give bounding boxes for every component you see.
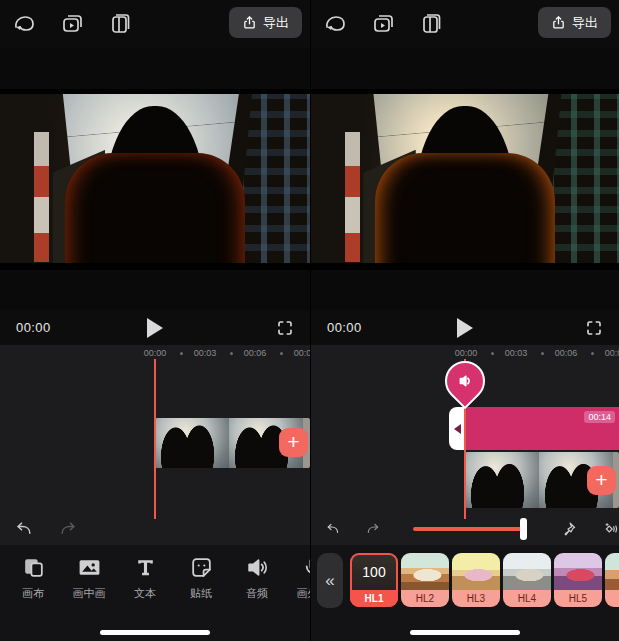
audio-trim-handle[interactable]	[449, 407, 465, 450]
export-label: 导出	[263, 14, 289, 32]
share-icon	[242, 15, 257, 30]
play-button[interactable]	[147, 318, 163, 338]
filter-panel: « 100 HL1 HL2 HL3 HL4	[311, 545, 619, 641]
tutorial-icon[interactable]	[419, 12, 443, 36]
tool-row: 画布 画中画 文本	[0, 545, 310, 601]
home-indicator	[410, 630, 520, 635]
tool-label: 音频	[246, 586, 268, 601]
filter-tile-hl5[interactable]: HL5	[554, 553, 602, 607]
fullscreen-icon[interactable]	[585, 319, 603, 337]
tool-voiceover[interactable]: 画外音	[290, 555, 310, 601]
tool-label: 画中画	[73, 586, 106, 601]
tool-sticker[interactable]: 贴纸	[178, 555, 224, 601]
timeline[interactable]: 00:00 00:03 00:06 00:09 00:14	[311, 345, 619, 512]
collapse-chevrons: «	[325, 571, 334, 591]
filter-tile-partial[interactable]	[605, 553, 619, 607]
edit-controls-bar	[0, 512, 310, 545]
preview-scene	[0, 94, 310, 263]
video-template-icon[interactable]	[60, 12, 84, 36]
filter-label	[605, 590, 619, 607]
filter-tile-hl1[interactable]: 100 HL1	[350, 553, 398, 607]
scene-street-sign	[34, 132, 49, 262]
export-button[interactable]: 导出	[538, 7, 611, 38]
playback-controls: 00:00	[0, 310, 310, 345]
plus-glyph: +	[287, 431, 299, 452]
text-icon	[133, 555, 158, 580]
timeline[interactable]: 00:00 00:03 00:06 00:09 +	[0, 345, 310, 512]
ruler-dot	[541, 352, 544, 355]
filter-thumbnail	[452, 553, 500, 590]
tool-canvas[interactable]: 画布	[10, 555, 56, 601]
export-button[interactable]: 导出	[229, 7, 302, 38]
plus-glyph: +	[595, 469, 607, 490]
tool-pip[interactable]: 画中画	[66, 555, 112, 601]
ruler-dot	[280, 352, 283, 355]
filter-thumbnail	[605, 553, 619, 590]
export-label: 导出	[572, 14, 598, 32]
voiceover-icon	[301, 555, 311, 580]
keyframe-diamond-icon[interactable]	[602, 518, 619, 540]
preview-bottom-gap	[0, 270, 310, 310]
editor-panel-right: 导出 00:00	[310, 0, 619, 641]
timeline-ruler: 00:00 00:03 00:06 00:09	[0, 345, 310, 360]
playhead-stub	[154, 512, 156, 519]
dual-screenshot-stage: 导出 00:00	[0, 0, 619, 641]
filter-label: HL4	[503, 590, 551, 607]
share-icon	[551, 15, 566, 30]
top-bar: 导出	[311, 0, 619, 48]
filter-thumbnail	[503, 553, 551, 590]
bottom-toolbar: 画布 画中画 文本	[0, 545, 310, 641]
ruler-label: 00:06	[555, 348, 578, 358]
quick-create-icon[interactable]	[12, 12, 36, 36]
ruler-label: 00:06	[244, 348, 267, 358]
tutorial-icon[interactable]	[108, 12, 132, 36]
audio-beat-pin[interactable]	[437, 353, 494, 410]
fullscreen-icon[interactable]	[276, 319, 294, 337]
undo-icon[interactable]	[325, 519, 341, 539]
ruler-label: 00:09	[605, 348, 619, 358]
filter-tile-hl2[interactable]: HL2	[401, 553, 449, 607]
filter-row: « 100 HL1 HL2 HL3 HL4	[311, 545, 619, 608]
preview-top-gap	[311, 48, 619, 89]
scene-person-coat	[65, 153, 245, 263]
ruler-label: 00:03	[194, 348, 217, 358]
audio-track[interactable]: 00:14	[465, 407, 619, 450]
video-template-icon[interactable]	[371, 12, 395, 36]
playhead[interactable]	[154, 359, 156, 512]
filter-label: HL5	[554, 590, 602, 607]
sticker-icon	[189, 555, 214, 580]
tool-audio[interactable]: 音频	[234, 555, 280, 601]
filter-tile-hl4[interactable]: HL4	[503, 553, 551, 607]
tool-label: 贴纸	[190, 586, 212, 601]
redo-icon[interactable]	[365, 519, 381, 539]
speaker-icon	[447, 363, 483, 399]
filter-intensity-slider[interactable]	[413, 527, 524, 531]
quick-create-icon[interactable]	[323, 12, 347, 36]
redo-icon[interactable]	[58, 519, 78, 539]
ruler-dot	[491, 352, 494, 355]
slider-knob[interactable]	[520, 518, 527, 540]
collapse-panel-button[interactable]: «	[317, 553, 343, 608]
undo-icon[interactable]	[14, 519, 34, 539]
filter-tile-hl3[interactable]: HL3	[452, 553, 500, 607]
ruler-label: 00:03	[505, 348, 528, 358]
home-indicator	[100, 630, 210, 635]
playhead-stub	[464, 512, 466, 519]
play-button[interactable]	[457, 318, 473, 338]
scene-street-sign	[345, 132, 360, 262]
filter-thumbnail	[554, 553, 602, 590]
add-clip-button[interactable]: +	[279, 428, 308, 457]
editor-panel-left: 导出 00:00	[0, 0, 310, 641]
video-preview[interactable]	[0, 89, 310, 270]
ruler-dot	[180, 352, 183, 355]
add-clip-button[interactable]: +	[587, 466, 616, 495]
video-preview[interactable]	[311, 89, 619, 270]
ruler-dot	[230, 352, 233, 355]
preview-bottom-gap	[311, 270, 619, 310]
preview-top-gap	[0, 48, 310, 89]
tool-text[interactable]: 文本	[122, 555, 168, 601]
current-time: 00:00	[16, 320, 51, 335]
top-bar: 导出	[0, 0, 310, 48]
canvas-icon	[21, 555, 46, 580]
pin-icon[interactable]	[560, 518, 577, 540]
